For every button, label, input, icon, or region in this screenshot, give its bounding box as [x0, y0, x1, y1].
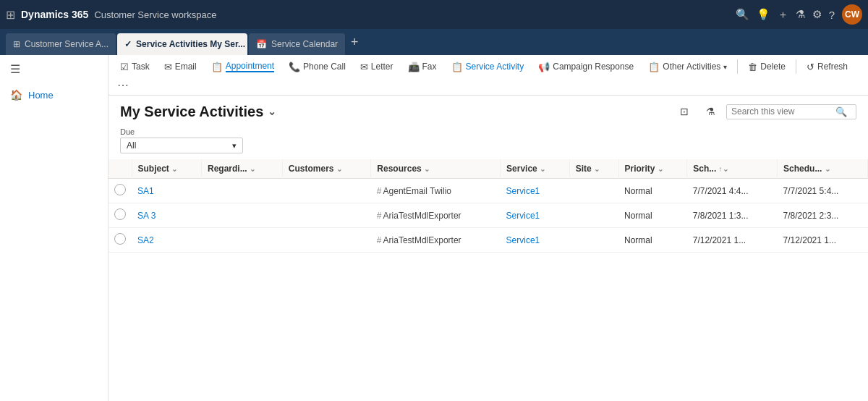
cell-resources: #AgentEmail Twilio [371, 179, 501, 203]
cell-resources: #AriaTestMdlExporter [371, 228, 501, 253]
table-row: SA1 #AgentEmail Twilio Service1 Normal 7… [109, 179, 868, 203]
table-header-row: Subject ⌄ Regardi... ⌄ Customers ⌄ [109, 159, 868, 179]
subject-sort-icon: ⌄ [171, 165, 177, 173]
cell-subject[interactable]: SA1 [132, 179, 202, 203]
search-magnifier-icon[interactable]: 🔍 [835, 106, 847, 117]
service-link[interactable]: Service1 [506, 186, 540, 196]
tab-icon: ✓ [124, 39, 132, 49]
site-sort-icon: ⌄ [594, 165, 600, 173]
toolbar-more-button[interactable]: ⋯ [114, 78, 132, 92]
column-resources[interactable]: Resources ⌄ [371, 159, 501, 179]
plus-icon[interactable]: ＋ [778, 8, 788, 22]
task-button[interactable]: ☑ Task [114, 59, 156, 75]
filter-label: Due [120, 127, 856, 136]
service-link[interactable]: Service1 [506, 235, 540, 245]
settings-icon[interactable]: ⚙ [812, 8, 822, 21]
phone-call-button[interactable]: 📞 Phone Call [283, 59, 352, 75]
column-service[interactable]: Service ⌄ [501, 159, 570, 179]
row-checkbox[interactable] [109, 179, 132, 203]
cell-schedule-start: 7/12/2021 1... [687, 228, 778, 253]
view-filter-button[interactable]: ⚗ [700, 101, 720, 122]
column-regarding[interactable]: Regardi... ⌄ [202, 159, 283, 179]
view-layout-button[interactable]: ⊡ [674, 101, 694, 122]
lightbulb-icon[interactable]: 💡 [757, 8, 770, 21]
cell-service[interactable]: Service1 [501, 228, 570, 253]
service-link[interactable]: Service1 [506, 211, 540, 221]
circle-checkbox[interactable] [114, 233, 126, 245]
tab-service-activities[interactable]: ✓ Service Activities My Ser... ✕ [117, 33, 247, 55]
circle-checkbox[interactable] [114, 208, 126, 220]
cell-resources: #AriaTestMdlExporter [371, 203, 501, 228]
cell-subject[interactable]: SA2 [132, 228, 202, 253]
task-icon: ☑ [120, 62, 129, 72]
resource-hash-icon: # [377, 186, 382, 196]
tab-service-calendar[interactable]: 📅 Service Calendar [249, 33, 345, 55]
user-avatar[interactable]: CW [842, 4, 862, 25]
tab-add-button[interactable]: + [346, 35, 363, 50]
service-activities-table: Subject ⌄ Regardi... ⌄ Customers ⌄ [109, 159, 868, 253]
circle-checkbox[interactable] [114, 184, 126, 195]
column-customers[interactable]: Customers ⌄ [282, 159, 371, 179]
refresh-button[interactable]: ↺ Refresh [801, 59, 854, 75]
column-subject[interactable]: Subject ⌄ [132, 159, 202, 179]
cell-service[interactable]: Service1 [501, 179, 570, 203]
cell-customers [282, 228, 371, 253]
column-checkbox[interactable] [109, 159, 132, 179]
other-activities-icon: 📋 [648, 62, 660, 72]
filter-dropdown[interactable]: All ▾ [120, 138, 243, 153]
tab-customer-service[interactable]: ⊞ Customer Service A... [6, 33, 116, 55]
phone-icon: 📞 [289, 62, 300, 72]
top-nav-icons: 🔍 💡 ＋ ⚗ ⚙ ? CW [736, 4, 862, 25]
cell-priority: Normal [618, 179, 687, 203]
row-checkbox[interactable] [109, 228, 132, 253]
delete-label: Delete [760, 62, 786, 72]
other-activities-label: Other Activities [663, 62, 720, 72]
cell-site [569, 179, 618, 203]
column-schedule-start[interactable]: Sch... ↑⌄ [687, 159, 778, 179]
service-activity-label: Service Activity [466, 62, 524, 72]
column-priority[interactable]: Priority ⌄ [618, 159, 687, 179]
subject-link[interactable]: SA1 [137, 186, 154, 196]
email-button[interactable]: ✉ Email [158, 59, 203, 75]
letter-button[interactable]: ✉ Letter [354, 59, 399, 75]
other-activities-chevron: ▾ [723, 63, 727, 71]
content-area: ☑ Task ✉ Email 📋 Appointment 📞 Phone Cal… [109, 55, 868, 401]
sidebar-toggle[interactable]: ☰ [0, 55, 108, 83]
fax-label: Fax [422, 62, 437, 72]
filter-chevron-icon: ▾ [232, 141, 237, 151]
cell-schedule-end: 7/7/2021 5:4... [778, 179, 868, 203]
action-toolbar: ☑ Task ✉ Email 📋 Appointment 📞 Phone Cal… [109, 55, 868, 96]
sidebar-item-label: Home [28, 90, 54, 101]
cell-priority: Normal [618, 203, 687, 228]
campaign-response-label: Campaign Response [553, 62, 634, 72]
cell-service[interactable]: Service1 [501, 203, 570, 228]
view-title-text: My Service Activities [120, 104, 263, 120]
search-input[interactable] [731, 106, 833, 117]
help-icon[interactable]: ? [829, 9, 835, 21]
service-activity-button[interactable]: 📋 Service Activity [446, 59, 530, 75]
sidebar-item-home[interactable]: 🏠 Home [0, 83, 108, 106]
cell-regarding [202, 228, 283, 253]
column-site[interactable]: Site ⌄ [569, 159, 618, 179]
fax-button[interactable]: 📠 Fax [402, 59, 443, 75]
view-title: My Service Activities ⌄ [120, 104, 276, 120]
sidebar: ☰ 🏠 Home [0, 55, 109, 401]
subject-link[interactable]: SA2 [137, 235, 154, 245]
appointment-button[interactable]: 📋 Appointment [205, 58, 280, 75]
subject-link[interactable]: SA 3 [137, 211, 156, 221]
cell-subject[interactable]: SA 3 [132, 203, 202, 228]
filter-icon[interactable]: ⚗ [796, 8, 805, 21]
other-activities-button[interactable]: 📋 Other Activities ▾ [642, 59, 733, 75]
app-name: Dynamics 365 [21, 9, 88, 20]
filter-value: All [127, 140, 136, 151]
grid-icon[interactable]: ⊞ [6, 8, 15, 22]
delete-button[interactable]: 🗑 Delete [742, 59, 791, 75]
row-checkbox[interactable] [109, 203, 132, 228]
search-icon[interactable]: 🔍 [736, 8, 749, 21]
campaign-response-button[interactable]: 📢 Campaign Response [532, 59, 639, 75]
appointment-label: Appointment [226, 61, 274, 72]
home-icon: 🏠 [10, 89, 22, 101]
column-schedule-end[interactable]: Schedu... ⌄ [778, 159, 868, 179]
tab-label: Service Activities My Ser... [136, 39, 245, 49]
view-title-chevron[interactable]: ⌄ [268, 106, 276, 117]
